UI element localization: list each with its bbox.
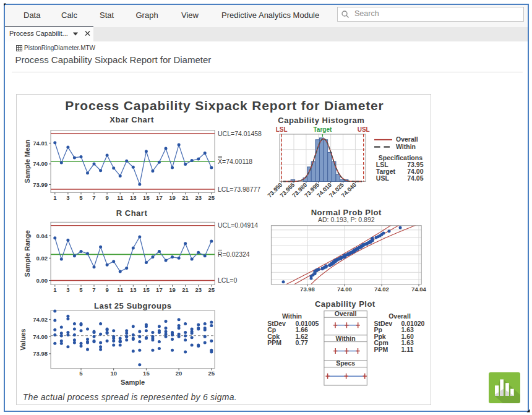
svg-text:Overall: Overall bbox=[335, 310, 357, 317]
svg-text:74.02: 74.02 bbox=[33, 316, 48, 323]
svg-text:74.00: 74.00 bbox=[33, 333, 48, 340]
svg-text:11: 11 bbox=[117, 286, 124, 293]
svg-text:AD: 0.193, P: 0.892: AD: 0.193, P: 0.892 bbox=[318, 216, 375, 223]
svg-text:74.02: 74.02 bbox=[374, 286, 389, 293]
svg-text:25: 25 bbox=[208, 194, 215, 201]
svg-text:Sample Range: Sample Range bbox=[24, 230, 31, 277]
svg-text:1: 1 bbox=[53, 194, 57, 201]
svg-text:13: 13 bbox=[130, 194, 137, 201]
svg-text:UCL=74.01458: UCL=74.01458 bbox=[218, 130, 262, 137]
svg-text:X=74.00118: X=74.00118 bbox=[218, 158, 252, 165]
svg-text:Specs: Specs bbox=[336, 359, 355, 367]
svg-text:74.00: 74.00 bbox=[407, 168, 423, 175]
svg-text:0.00: 0.00 bbox=[36, 277, 48, 284]
svg-text:74.04: 74.04 bbox=[411, 286, 426, 293]
svg-text:74.00: 74.00 bbox=[33, 160, 48, 167]
svg-text:3: 3 bbox=[66, 194, 69, 201]
svg-text:Target: Target bbox=[376, 168, 396, 175]
svg-text:74.01: 74.01 bbox=[33, 140, 48, 147]
svg-text:25: 25 bbox=[208, 370, 215, 377]
svg-text:21: 21 bbox=[182, 194, 189, 201]
svg-text:PPM: PPM bbox=[267, 339, 281, 346]
svg-text:9: 9 bbox=[105, 194, 108, 201]
svg-text:Last 25 Subgroups: Last 25 Subgroups bbox=[94, 301, 172, 310]
svg-text:15: 15 bbox=[143, 286, 150, 293]
svg-text:LSL: LSL bbox=[376, 161, 388, 168]
svg-text:R Chart: R Chart bbox=[116, 208, 148, 218]
svg-text:23: 23 bbox=[195, 194, 202, 201]
svg-text:73.98: 73.98 bbox=[300, 286, 315, 293]
svg-text:11: 11 bbox=[117, 194, 124, 201]
svg-text:15: 15 bbox=[143, 194, 150, 201]
svg-text:Values: Values bbox=[19, 329, 27, 351]
svg-text:25: 25 bbox=[208, 286, 215, 293]
svg-text:9: 9 bbox=[105, 286, 108, 293]
svg-text:10: 10 bbox=[110, 370, 117, 377]
svg-text:0.04: 0.04 bbox=[36, 233, 48, 239]
svg-text:LSL: LSL bbox=[276, 126, 288, 133]
svg-text:17: 17 bbox=[156, 194, 163, 201]
svg-text:R=0.02324: R=0.02324 bbox=[218, 250, 250, 258]
svg-text:Within: Within bbox=[396, 143, 416, 150]
svg-text:Sample: Sample bbox=[121, 379, 145, 386]
svg-text:Sample Mean: Sample Mean bbox=[24, 140, 31, 184]
svg-text:Within: Within bbox=[336, 335, 356, 342]
svg-text:Overall: Overall bbox=[388, 312, 411, 320]
svg-text:0.02: 0.02 bbox=[36, 255, 48, 262]
svg-text:Target: Target bbox=[313, 126, 332, 133]
svg-text:USL: USL bbox=[358, 126, 370, 133]
svg-text:15: 15 bbox=[143, 370, 150, 377]
svg-text:Overall: Overall bbox=[396, 135, 418, 143]
svg-text:1: 1 bbox=[53, 286, 57, 293]
svg-text:USL: USL bbox=[376, 174, 390, 182]
svg-text:73.99: 73.99 bbox=[33, 181, 48, 188]
svg-text:The actual process spread is r: The actual process spread is represented… bbox=[23, 392, 237, 402]
svg-text:Within: Within bbox=[282, 312, 302, 320]
svg-text:5: 5 bbox=[79, 286, 83, 293]
svg-text:LCL=0: LCL=0 bbox=[218, 276, 237, 284]
svg-text:PPM: PPM bbox=[374, 346, 388, 353]
svg-text:74.05: 74.05 bbox=[407, 174, 423, 182]
svg-text:Capability Histogram: Capability Histogram bbox=[278, 116, 364, 125]
svg-text:Process Capability Sixpack Rep: Process Capability Sixpack Report for Di… bbox=[65, 98, 384, 113]
svg-text:73.98: 73.98 bbox=[33, 350, 48, 357]
svg-text:Xbar Chart: Xbar Chart bbox=[109, 115, 154, 124]
svg-text:20: 20 bbox=[176, 370, 182, 377]
svg-text:3: 3 bbox=[66, 286, 69, 293]
svg-text:1.11: 1.11 bbox=[401, 346, 414, 353]
svg-text:0.77: 0.77 bbox=[296, 339, 309, 346]
svg-text:19: 19 bbox=[169, 194, 176, 201]
svg-text:23: 23 bbox=[195, 286, 202, 293]
svg-text:17: 17 bbox=[156, 286, 163, 293]
svg-text:5: 5 bbox=[79, 370, 83, 377]
svg-text:19: 19 bbox=[169, 286, 176, 293]
svg-text:74.00: 74.00 bbox=[337, 286, 352, 293]
svg-text:5: 5 bbox=[79, 194, 83, 201]
svg-text:7: 7 bbox=[92, 194, 95, 201]
svg-text:Capability Plot: Capability Plot bbox=[315, 299, 375, 309]
svg-text:LCL=73.98777: LCL=73.98777 bbox=[218, 186, 260, 193]
svg-text:73.95: 73.95 bbox=[407, 161, 423, 168]
svg-text:UCL=0.04914: UCL=0.04914 bbox=[218, 221, 258, 229]
svg-text:21: 21 bbox=[182, 286, 189, 293]
svg-text:13: 13 bbox=[130, 286, 137, 293]
svg-text:7: 7 bbox=[92, 286, 95, 293]
